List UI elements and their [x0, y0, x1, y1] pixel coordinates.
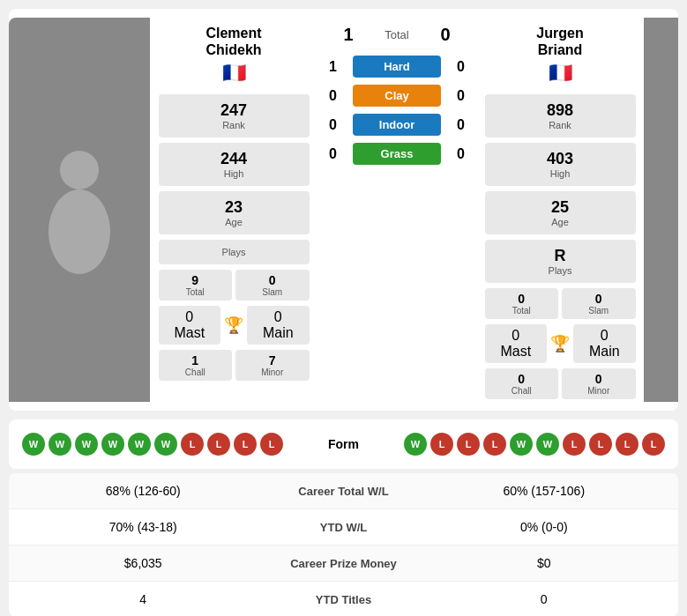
stats-row: 4 YTD Titles 0 — [9, 582, 678, 616]
left-grass-num: 0 — [322, 146, 344, 162]
hard-badge: Hard — [353, 56, 441, 78]
form-ball: L — [207, 433, 230, 456]
right-grass-num: 0 — [450, 146, 472, 162]
left-minor-stat: 7 Minor — [235, 350, 310, 381]
left-age-label: Age — [163, 217, 305, 227]
right-total-slam: 0 Total 0 Slam — [485, 288, 636, 319]
right-trophy-icon: 🏆 — [550, 334, 570, 353]
form-ball: W — [128, 433, 151, 456]
form-ball: L — [181, 433, 204, 456]
left-rank-label: Rank — [163, 120, 305, 130]
stats-row: 68% (126-60) Career Total W/L 60% (157-1… — [9, 473, 678, 509]
form-ball: L — [563, 433, 586, 456]
middle-column: 1 Total 0 1 Hard 0 0 Clay 0 0 Indoor 0 — [317, 18, 476, 402]
form-ball: W — [536, 433, 559, 456]
left-player-column: Clement Chidekh 🇫🇷 247 Rank 244 High 23 … — [150, 18, 317, 402]
hard-row: 1 Hard 0 — [322, 56, 472, 78]
right-chall-minor: 0 Chall 0 Minor — [485, 368, 636, 399]
right-player-flag: 🇫🇷 — [549, 62, 572, 85]
grass-row: 0 Grass 0 — [322, 143, 472, 165]
form-ball: L — [260, 433, 283, 456]
left-total-stat: 9 Total — [159, 270, 233, 301]
right-high-box: 403 High — [485, 143, 636, 186]
form-ball: W — [49, 433, 71, 456]
left-slam-stat: 0 Slam — [235, 270, 310, 301]
left-age-value: 23 — [163, 198, 305, 217]
right-trophy-row: 0 Mast 🏆 0 Main — [485, 324, 636, 363]
left-total-slam: 9 Total 0 Slam — [159, 270, 310, 301]
form-ball: W — [510, 433, 533, 456]
form-ball: W — [101, 433, 124, 456]
stat-center-label: Career Total W/L — [265, 485, 423, 498]
right-hard-num: 0 — [450, 59, 472, 75]
stat-left-value: 70% (43-18) — [22, 520, 265, 534]
main-container: Clement Chidekh 🇫🇷 247 Rank 244 High 23 … — [0, 0, 687, 616]
left-rank-value: 247 — [163, 101, 305, 120]
stat-center-label: YTD W/L — [265, 521, 423, 534]
left-chall-stat: 1 Chall — [159, 350, 233, 381]
total-label: Total — [370, 28, 423, 41]
right-high-label: High — [489, 168, 631, 179]
right-total-stat: 0 Total — [485, 288, 559, 319]
svg-point-1 — [49, 189, 110, 274]
right-age-box: 25 Age — [485, 191, 636, 234]
stat-right-value: 0% (0-0) — [423, 520, 666, 534]
form-ball: L — [457, 433, 480, 456]
form-row: WWWWWWLLLL Form WLLLWWLLLL — [22, 433, 665, 456]
form-section: WWWWWWLLLL Form WLLLWWLLLL — [9, 419, 678, 469]
left-trophy-row: 0 Mast 🏆 0 Main — [159, 306, 310, 345]
indoor-badge: Indoor — [353, 114, 441, 136]
right-form-balls: WLLLWWLLLL — [388, 433, 666, 456]
form-ball: L — [234, 433, 257, 456]
right-main-stat: 0 Main — [573, 324, 636, 363]
left-rank-box: 247 Rank — [159, 94, 310, 137]
left-high-label: High — [163, 168, 305, 179]
right-player-photo — [644, 18, 678, 402]
clay-row: 0 Clay 0 — [322, 85, 472, 107]
form-ball: L — [430, 433, 453, 456]
form-label: Form — [300, 437, 388, 451]
total-row: 1 Total 0 — [322, 18, 472, 52]
left-trophy-icon: 🏆 — [224, 315, 243, 335]
right-plays-value: R — [489, 247, 631, 265]
stat-right-value: 0 — [423, 592, 666, 606]
left-mast-stat: 0 Mast — [159, 306, 221, 345]
right-age-label: Age — [489, 217, 631, 227]
right-chall-stat: 0 Chall — [485, 368, 559, 399]
form-ball: W — [404, 433, 427, 456]
stats-row: 70% (43-18) YTD W/L 0% (0-0) — [9, 509, 678, 545]
right-clay-num: 0 — [450, 88, 472, 104]
right-rank-label: Rank — [489, 120, 631, 130]
right-plays-label: Plays — [489, 265, 631, 276]
left-high-value: 244 — [163, 150, 305, 168]
stat-right-value: $0 — [423, 556, 666, 570]
right-total-wins: 0 — [432, 25, 459, 45]
comparison-section: Clement Chidekh 🇫🇷 247 Rank 244 High 23 … — [9, 9, 678, 411]
left-plays-label: Plays — [163, 247, 305, 257]
stat-center-label: Career Prize Money — [265, 557, 423, 570]
stat-center-label: YTD Titles — [265, 593, 423, 606]
left-age-box: 23 Age — [159, 191, 310, 234]
left-player-flag: 🇫🇷 — [222, 62, 246, 85]
stats-row: $6,035 Career Prize Money $0 — [9, 545, 678, 582]
stat-left-value: $6,035 — [22, 556, 265, 570]
left-clay-num: 0 — [322, 88, 344, 104]
indoor-row: 0 Indoor 0 — [322, 114, 472, 136]
right-slam-stat: 0 Slam — [562, 288, 636, 319]
left-hard-num: 1 — [322, 59, 344, 75]
form-ball: L — [483, 433, 506, 456]
form-ball: W — [22, 433, 45, 456]
left-plays-box: Plays — [159, 240, 310, 264]
right-mast-stat: 0 Mast — [485, 324, 548, 363]
right-age-value: 25 — [489, 198, 631, 217]
right-player-column: Jurgen Briand 🇫🇷 898 Rank 403 High 25 Ag… — [476, 18, 644, 402]
left-player-name: Clement Chidekh — [201, 18, 265, 62]
stat-right-value: 60% (157-106) — [423, 484, 666, 498]
left-player-photo — [9, 18, 150, 402]
form-ball: W — [75, 433, 98, 456]
form-ball: L — [616, 433, 638, 456]
left-total-wins: 1 — [335, 25, 362, 45]
svg-point-0 — [60, 151, 99, 189]
right-high-value: 403 — [489, 150, 631, 168]
right-minor-stat: 0 Minor — [562, 368, 636, 399]
